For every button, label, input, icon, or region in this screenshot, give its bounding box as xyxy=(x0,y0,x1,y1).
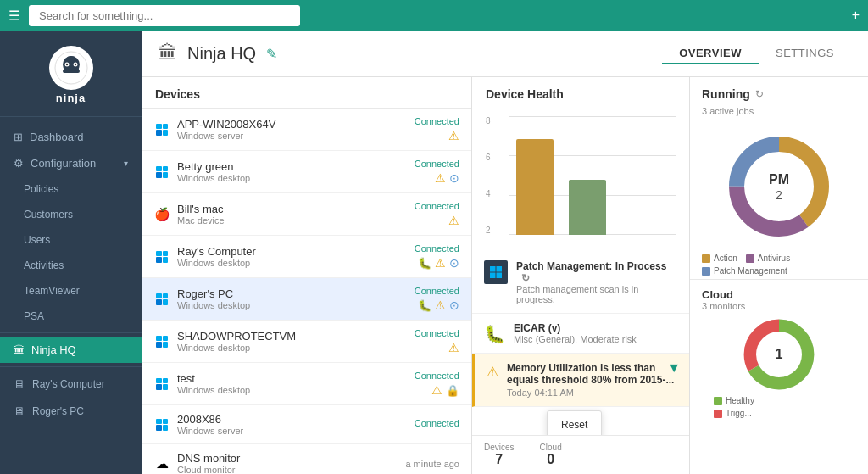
alert-dropdown[interactable]: ▼ xyxy=(667,360,681,376)
bar-action xyxy=(516,139,554,235)
main-layout: ninja ⊞ Dashboard ⚙ Configuration ▾ Poli… xyxy=(0,31,868,474)
device-row-selected[interactable]: Roger's PC Windows desktop Connected 🐛 ⚠… xyxy=(142,278,471,321)
sidebar-item-label: Users xyxy=(24,234,50,246)
device-info: 2008X86 Windows server xyxy=(177,413,415,436)
device-row[interactable]: Betty green Windows desktop Connected ⚠ … xyxy=(142,151,471,193)
sidebar-item-dashboard[interactable]: ⊞ Dashboard xyxy=(0,124,142,150)
device-type: Windows server xyxy=(177,131,415,141)
reset-popup: Reset xyxy=(547,410,602,435)
device-icons-row: ⚠ ⊙ xyxy=(435,171,459,185)
tab-settings[interactable]: SETTINGS xyxy=(759,43,851,64)
warning-icon: ⚠ xyxy=(448,129,459,142)
legend-item-triggered: Trigg... xyxy=(714,409,844,418)
windows-icon xyxy=(153,164,170,181)
svg-point-17 xyxy=(745,153,813,220)
alert-content: EICAR (v) Misc (General), Moderate risk xyxy=(514,322,677,344)
cloud-icon: ☁ xyxy=(153,455,170,472)
sidebar-item-users[interactable]: Users xyxy=(0,227,142,253)
windows-icon xyxy=(153,291,170,308)
alert-content: Memory Utilization is less than equals t… xyxy=(507,362,677,398)
chevron-down-icon: ▾ xyxy=(124,159,128,168)
device-row[interactable]: ☁ DNS monitor Cloud monitor a minute ago xyxy=(142,444,471,474)
device-row[interactable]: test Windows desktop Connected ⚠ 🔒 xyxy=(142,363,471,405)
legend-label: Patch Management xyxy=(714,266,787,276)
cloud-title: Cloud xyxy=(702,288,856,301)
sidebar-item-label: PSA xyxy=(24,310,44,322)
sidebar-nav: ⊞ Dashboard ⚙ Configuration ▾ Policies C… xyxy=(0,117,142,474)
legend-item-patch: Patch Management xyxy=(702,266,787,276)
device-name: SHADOWPROTECTVM xyxy=(177,330,415,343)
sidebar-item-configuration[interactable]: ⚙ Configuration ▾ xyxy=(0,150,142,176)
device-icons-row: ⚠ xyxy=(448,214,459,227)
sidebar-item-customers[interactable]: Customers xyxy=(0,202,142,227)
sidebar-item-psa[interactable]: PSA xyxy=(0,304,142,329)
logo-circle xyxy=(49,46,93,90)
alert-row-patch[interactable]: Patch Management: In Process ↻ Patch man… xyxy=(472,252,689,314)
svg-point-6 xyxy=(65,64,67,65)
building-icon: 🏛 xyxy=(159,42,177,64)
device-status-area: a minute ago xyxy=(405,459,459,469)
devices-header: Devices xyxy=(142,77,471,109)
status-text: Connected xyxy=(415,116,459,126)
running-subtitle: 3 active jobs xyxy=(690,106,868,123)
bug-icon: 🐛 xyxy=(418,257,431,270)
sidebar-item-policies[interactable]: Policies xyxy=(0,176,142,202)
reset-popup-container: Reset xyxy=(472,407,689,435)
device-name: 2008X86 xyxy=(177,413,415,426)
device-type: Windows desktop xyxy=(177,300,415,310)
apple-icon: 🍎 xyxy=(153,206,170,223)
legend-label: Trigg... xyxy=(726,409,752,418)
device-row[interactable]: APP-WIN2008X64V Windows server Connected… xyxy=(142,109,471,151)
device-icons-row: ⚠ xyxy=(448,341,459,354)
sidebar-item-rogers-pc[interactable]: 🖥 Roger's PC xyxy=(0,398,142,425)
device-row[interactable]: 🍎 Bill's mac Mac device Connected ⚠ xyxy=(142,193,471,236)
alert-row-memory[interactable]: ⚠ Memory Utilization is less than equals… xyxy=(472,354,689,407)
device-name: Betty green xyxy=(177,160,415,173)
running-header: Running ↻ xyxy=(690,77,868,106)
svg-point-7 xyxy=(74,64,75,65)
edit-icon[interactable]: ✎ xyxy=(266,46,277,62)
device-status-area: Connected 🐛 ⚠ ⊙ xyxy=(415,286,459,312)
alert-time: Today 04:11 AM xyxy=(507,388,677,398)
sidebar-item-teamviewer[interactable]: TeamViewer xyxy=(0,278,142,304)
device-health-title: Device Health xyxy=(486,87,676,101)
content-tabs: OVERVIEW SETTINGS xyxy=(662,43,851,64)
y-label: 6 xyxy=(486,153,509,162)
alert-row-eicar[interactable]: 🐛 EICAR (v) Misc (General), Moderate ris… xyxy=(472,314,689,354)
sidebar-item-label: Policies xyxy=(24,183,58,195)
search-input[interactable] xyxy=(29,5,300,26)
menu-icon[interactable]: ☰ xyxy=(8,8,20,24)
device-status-area: Connected ⚠ xyxy=(415,201,459,227)
device-icons-row: ⚠ 🔒 xyxy=(431,383,459,397)
stat-devices: Devices 7 xyxy=(484,443,515,467)
device-row[interactable]: Ray's Computer Windows desktop Connected… xyxy=(142,236,471,278)
sidebar-item-ninja-hq[interactable]: 🏛 Ninja HQ xyxy=(0,337,142,363)
y-label: 2 xyxy=(486,226,509,235)
tab-overview[interactable]: OVERVIEW xyxy=(662,43,759,64)
content-area: 🏛 Ninja HQ ✎ OVERVIEW SETTINGS Devices xyxy=(142,31,868,474)
reset-button[interactable]: Reset xyxy=(561,419,587,431)
add-button[interactable]: + xyxy=(852,8,860,23)
sidebar-item-rays-computer[interactable]: 🖥 Ray's Computer xyxy=(0,371,142,398)
device-row[interactable]: SHADOWPROTECTVM Windows desktop Connecte… xyxy=(142,321,471,363)
svg-rect-10 xyxy=(497,266,503,272)
device-row[interactable]: 2008X86 Windows server Connected xyxy=(142,405,471,444)
legend-item-healthy: Healthy xyxy=(714,396,844,405)
cloud-section: Cloud 3 monitors 1 xyxy=(690,279,868,474)
windows-icon xyxy=(153,121,170,138)
alert-title: EICAR (v) xyxy=(514,322,677,334)
svg-rect-9 xyxy=(490,266,496,272)
device-info: APP-WIN2008X64V Windows server xyxy=(177,118,415,141)
y-label: 8 xyxy=(486,116,509,125)
windows-icon xyxy=(153,376,170,393)
ninja-logo-svg xyxy=(54,51,88,85)
svg-rect-11 xyxy=(490,273,496,279)
middle-panel: Device Health 8 6 4 2 xyxy=(472,77,690,474)
sidebar-item-label: Roger's PC xyxy=(32,405,84,417)
sidebar-item-label: Ray's Computer xyxy=(32,378,105,390)
stat-value: 0 xyxy=(547,452,554,467)
dropdown-arrow-icon[interactable]: ▼ xyxy=(667,360,681,375)
sidebar-item-activities[interactable]: Activities xyxy=(0,253,142,278)
device-status-area: Connected ⚠ xyxy=(415,116,459,142)
svg-rect-12 xyxy=(497,273,503,279)
